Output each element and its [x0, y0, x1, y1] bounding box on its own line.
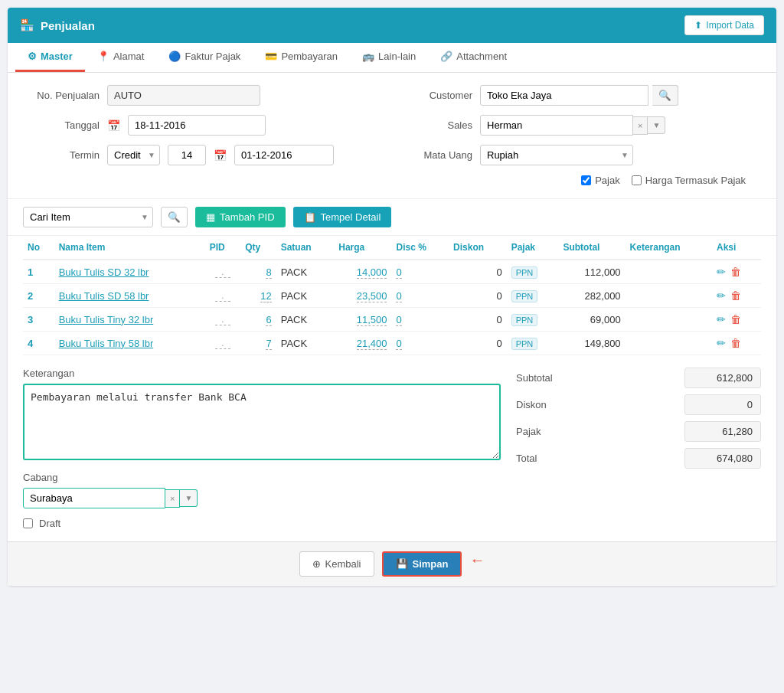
cell-satuan: PACK	[276, 308, 335, 332]
delete-icon[interactable]: 🗑	[730, 289, 741, 302]
cell-qty[interactable]: 6	[240, 308, 276, 332]
cell-nama-item[interactable]: Buku Tulis SD 58 lbr	[54, 284, 205, 308]
summary-area: Subtotal 612,800 Diskon 0 Pajak 61,280 T…	[516, 368, 761, 529]
sales-dropdown-button[interactable]: ▼	[648, 116, 665, 134]
subtotal-value: 612,800	[684, 368, 761, 388]
customer-search-button[interactable]: 🔍	[652, 85, 678, 106]
customer-group: Customer 🔍	[381, 85, 761, 106]
sales-wrapper: × ▼	[480, 115, 665, 136]
col-satuan: Satuan	[276, 236, 335, 260]
cell-nama-item[interactable]: Buku Tulis SD 32 lbr	[54, 260, 205, 284]
tanggal-input[interactable]	[128, 115, 266, 136]
termin-group: Termin Credit Cash ▼ 📅	[23, 145, 373, 165]
draft-checkbox[interactable]	[23, 518, 33, 528]
cell-harga[interactable]: 21,400	[334, 332, 391, 355]
cell-aksi: ✏ 🗑	[712, 308, 761, 332]
edit-icon[interactable]: ✏	[717, 289, 726, 302]
cell-pid: .	[205, 308, 241, 332]
table-row: 3 Buku Tulis Tiny 32 lbr . 6 PACK 11,500…	[23, 308, 761, 332]
harga-termasuk-checkbox[interactable]	[632, 175, 642, 185]
edit-icon[interactable]: ✏	[717, 313, 726, 325]
copy-icon: 📋	[304, 211, 316, 223]
tab-lainlain[interactable]: 🚌 Lain-lain	[350, 43, 428, 72]
cell-disc[interactable]: 0	[391, 332, 449, 355]
sales-input[interactable]	[480, 115, 633, 136]
table-header-row: No Nama Item PID Qty Satuan Harga Disc %…	[23, 236, 761, 260]
subtotal-label: Subtotal	[516, 372, 553, 384]
customer-input[interactable]	[480, 85, 648, 106]
tambah-pid-button[interactable]: ▦ Tambah PID	[195, 207, 286, 227]
draft-row: Draft	[23, 518, 501, 529]
total-label: Total	[516, 453, 537, 464]
cell-satuan: PACK	[276, 332, 335, 355]
cell-harga[interactable]: 23,500	[334, 284, 391, 308]
diskon-label: Diskon	[516, 399, 547, 410]
edit-icon[interactable]: ✏	[717, 337, 726, 349]
col-no: No	[23, 236, 54, 260]
payment-icon: 💳	[265, 51, 277, 62]
keterangan-textarea[interactable]: Pembayaran melalui transfer Bank BCA	[23, 384, 501, 460]
termin-date-input[interactable]	[234, 145, 334, 165]
import-button[interactable]: ⬆ Import Data	[684, 15, 764, 35]
cell-disc[interactable]: 0	[391, 284, 449, 308]
pajak-checkbox[interactable]	[581, 175, 591, 185]
customer-wrapper: 🔍	[480, 85, 678, 106]
cari-item-search-button[interactable]: 🔍	[161, 207, 188, 227]
cell-disc[interactable]: 0	[391, 260, 449, 284]
tempel-detail-button[interactable]: 📋 Tempel Detail	[293, 207, 392, 227]
cell-nama-item[interactable]: Buku Tulis Tiny 32 lbr	[54, 308, 205, 332]
col-harga: Harga	[334, 236, 391, 260]
cabang-clear-button[interactable]: ×	[165, 489, 180, 508]
calendar-icon: 📅	[107, 119, 120, 132]
simpan-button[interactable]: 💾 Simpan	[382, 551, 462, 577]
termin-select-wrapper: Credit Cash ▼	[107, 145, 160, 165]
link-icon: 🔗	[440, 51, 452, 62]
cell-aksi: ✏ 🗑	[712, 284, 761, 308]
cell-qty[interactable]: 7	[240, 332, 276, 355]
delete-icon[interactable]: 🗑	[730, 337, 741, 349]
footer: ⊕ Kembali 💾 Simpan ←	[8, 541, 776, 586]
harga-termasuk-pajak-label[interactable]: Harga Termasuk Pajak	[632, 175, 746, 186]
cell-harga[interactable]: 14,000	[334, 260, 391, 284]
edit-icon[interactable]: ✏	[717, 266, 726, 278]
tab-pembayaran[interactable]: 💳 Pembayaran	[253, 43, 350, 72]
termin-days-input[interactable]	[168, 145, 206, 165]
cell-disc[interactable]: 0	[391, 308, 449, 332]
customer-label: Customer	[411, 90, 472, 101]
matauang-label: Mata Uang	[411, 149, 472, 161]
pajak-row: Pajak Harga Termasuk Pajak	[23, 175, 761, 186]
cabang-dropdown-button[interactable]: ▼	[180, 489, 198, 507]
sales-clear-button[interactable]: ×	[633, 116, 648, 135]
cell-subtotal: 69,000	[558, 308, 625, 332]
table-row: 4 Buku Tulis Tiny 58 lbr . 7 PACK 21,400…	[23, 332, 761, 355]
cell-no: 3	[23, 308, 54, 332]
tab-alamat[interactable]: 📍 Alamat	[85, 43, 156, 72]
pajak-summary-row: Pajak 61,280	[516, 421, 761, 442]
tab-master[interactable]: ⚙ Master	[15, 43, 85, 72]
tab-faktur[interactable]: 🔵 Faktur Pajak	[156, 43, 253, 72]
cell-qty[interactable]: 12	[240, 284, 276, 308]
no-penjualan-input[interactable]	[107, 85, 260, 106]
table-row: 2 Buku Tulis SD 58 lbr . 12 PACK 23,500 …	[23, 284, 761, 308]
pajak-checkbox-label[interactable]: Pajak	[581, 175, 620, 186]
cabang-input[interactable]	[23, 488, 165, 508]
cari-item-select[interactable]: Cari Item	[23, 207, 153, 227]
cell-pajak: PPN	[507, 332, 559, 355]
delete-icon[interactable]: 🗑	[730, 266, 741, 278]
kembali-button[interactable]: ⊕ Kembali	[299, 551, 374, 577]
cell-pid: .	[205, 260, 241, 284]
save-icon: 💾	[396, 558, 408, 570]
cell-harga[interactable]: 11,500	[334, 308, 391, 332]
termin-select[interactable]: Credit Cash	[107, 145, 160, 165]
matauang-select[interactable]: Rupiah USD	[480, 145, 633, 165]
tabs-bar: ⚙ Master 📍 Alamat 🔵 Faktur Pajak 💳 Pemba…	[8, 43, 776, 73]
delete-icon[interactable]: 🗑	[730, 313, 741, 325]
cell-keterangan	[626, 308, 712, 332]
form-row-tanggal: Tanggal 📅 Sales × ▼	[23, 115, 761, 136]
cell-qty[interactable]: 8	[240, 260, 276, 284]
cell-pid: .	[205, 284, 241, 308]
cell-keterangan	[626, 332, 712, 355]
page-header: 🏪 Penjualan ⬆ Import Data	[8, 8, 776, 43]
cell-nama-item[interactable]: Buku Tulis Tiny 58 lbr	[54, 332, 205, 355]
tab-attachment[interactable]: 🔗 Attachment	[428, 43, 519, 72]
